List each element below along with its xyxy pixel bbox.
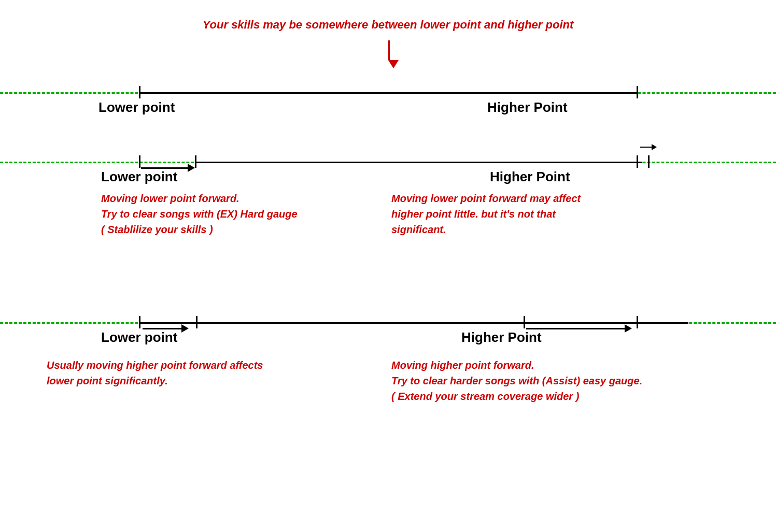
solid-line-2 bbox=[196, 162, 642, 163]
section3-right-line1: Moving higher point forward. bbox=[391, 357, 642, 373]
solid-line-1 bbox=[140, 92, 638, 94]
section2-right-info: Moving lower point forward may affect hi… bbox=[391, 191, 581, 237]
left-tick-3b bbox=[196, 316, 197, 328]
higher-point-label-1: Higher Point bbox=[487, 99, 568, 116]
lower-point-label-3: Lower point bbox=[101, 329, 177, 346]
right-tick-2b bbox=[648, 155, 650, 168]
section2-left-line1: Moving lower point forward. bbox=[101, 191, 298, 206]
section2: Lower point Higher Point Moving lower po… bbox=[0, 130, 776, 275]
section3-left-line1: Usually moving higher point forward affe… bbox=[47, 357, 263, 373]
right-tick-1 bbox=[637, 86, 638, 98]
diagram-container: Your skills may be somewhere between low… bbox=[0, 0, 776, 532]
higher-point-label-3: Higher Point bbox=[461, 329, 542, 346]
lower-point-label-2: Lower point bbox=[101, 169, 177, 185]
left-tick-2b bbox=[195, 155, 196, 168]
right-tick-3b bbox=[637, 316, 638, 328]
section3-left-line2: lower point significantly. bbox=[47, 373, 263, 389]
left-tick-3a bbox=[139, 316, 140, 328]
section3-right-line2: Try to clear harder songs with (Assist) … bbox=[391, 373, 642, 389]
section2-left-line3: ( Stablilize your skills ) bbox=[101, 222, 298, 237]
section2-left-line2: Try to clear songs with (EX) Hard gauge bbox=[101, 206, 298, 222]
section2-right-line3: significant. bbox=[391, 222, 581, 237]
section2-right-line1: Moving lower point forward may affect bbox=[391, 191, 581, 206]
higher-arrow-3 bbox=[526, 324, 632, 333]
section3-left-info: Usually moving higher point forward affe… bbox=[47, 357, 263, 389]
higher-small-arrow bbox=[640, 144, 657, 150]
higher-point-label-2: Higher Point bbox=[490, 169, 570, 185]
left-tick-2a bbox=[139, 155, 140, 168]
section2-left-info: Moving lower point forward. Try to clear… bbox=[101, 191, 298, 237]
lower-point-label-1: Lower point bbox=[98, 99, 175, 116]
top-message: Your skills may be somewhere between low… bbox=[0, 18, 776, 32]
left-tick-1 bbox=[139, 86, 140, 98]
section1: Your skills may be somewhere between low… bbox=[0, 16, 776, 130]
section3-right-info: Moving higher point forward. Try to clea… bbox=[391, 357, 642, 404]
right-tick-2a bbox=[637, 155, 638, 168]
right-tick-3a bbox=[524, 316, 525, 328]
solid-line-3 bbox=[139, 322, 688, 324]
section3: Lower point Higher Point Usually moving … bbox=[0, 290, 776, 456]
section3-right-line3: ( Extend your stream coverage wider ) bbox=[391, 389, 642, 404]
section2-right-line2: higher point little. but it's not that bbox=[391, 206, 581, 222]
